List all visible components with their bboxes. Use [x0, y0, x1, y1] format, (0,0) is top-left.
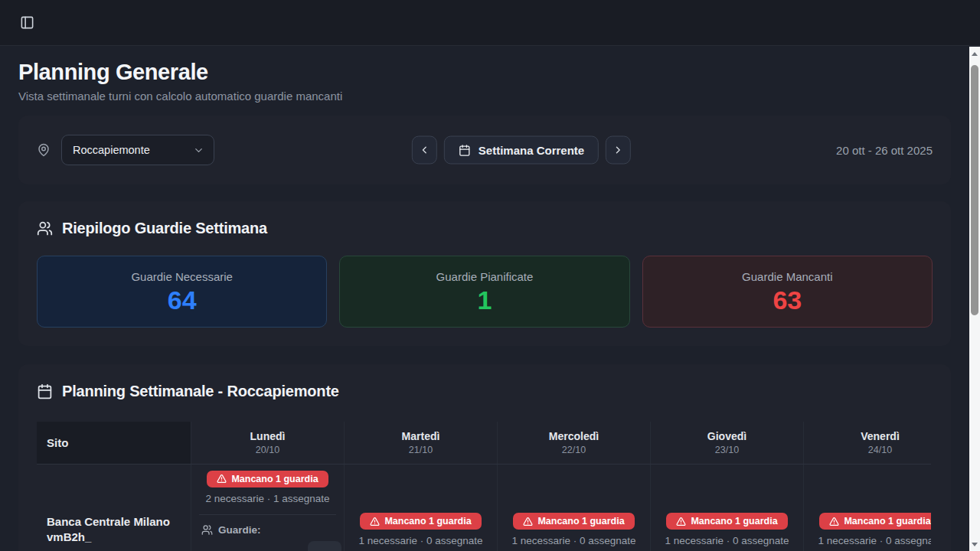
- vertical-scrollbar[interactable]: [969, 47, 980, 551]
- column-header-day: Venerdì 24/10: [803, 422, 931, 464]
- main-content: Planning Generale Vista settimanale turn…: [0, 46, 969, 551]
- sidebar-toggle-button[interactable]: [17, 13, 37, 33]
- day-date: 20/10: [256, 445, 279, 455]
- day-name: Mercoledì: [549, 430, 599, 442]
- chevron-right-icon: [612, 145, 624, 156]
- column-header-day: Lunedì 20/10: [191, 422, 344, 464]
- stats-row: Guardie Necessarie 64 Guardie Pianificat…: [37, 256, 933, 328]
- missing-guards-badge-label: Mancano 1 guardia: [844, 516, 930, 527]
- chevron-down-icon: [193, 145, 204, 156]
- stat-label: Guardie Necessarie: [45, 270, 318, 283]
- calendar-icon: [37, 383, 53, 399]
- cell-divider: [199, 514, 336, 515]
- guard-chip[interactable]: [308, 541, 341, 551]
- cell-detail: 2 necessarie · 1 assegnate: [205, 493, 329, 504]
- planning-table: Sito Lunedì 20/10 Martedì 21/10 Mercoled…: [37, 422, 931, 551]
- stat-value: 63: [651, 286, 924, 315]
- day-name: Martedì: [402, 430, 440, 442]
- triangle-alert-icon: [676, 517, 686, 527]
- column-header-day: Giovedì 23/10: [650, 422, 803, 464]
- day-date: 24/10: [868, 445, 892, 455]
- missing-guards-badge: Mancano 1 guardia: [360, 513, 481, 530]
- previous-week-button[interactable]: [412, 136, 437, 165]
- day-name: Giovedì: [707, 430, 746, 442]
- column-header-sito: Sito: [37, 422, 191, 464]
- location-select[interactable]: Roccapiemonte: [61, 135, 214, 165]
- day-date: 22/10: [562, 445, 586, 455]
- stat-value: 1: [348, 286, 621, 315]
- day-date: 23/10: [715, 445, 739, 455]
- week-navigation: Settimana Corrente: [412, 136, 631, 165]
- shift-cell-venerdi: Mancano 1 guardia 1 necessarie · 0 asseg…: [803, 465, 931, 551]
- location-select-value: Roccapiemonte: [73, 144, 150, 156]
- location-group: Roccapiemonte: [37, 135, 214, 165]
- scrollbar-thumb[interactable]: [971, 65, 978, 315]
- planning-title: Planning Settimanale - Roccapiemonte: [62, 383, 339, 400]
- map-pin-icon: [37, 143, 51, 157]
- summary-title: Riepilogo Guardie Settimana: [62, 220, 267, 237]
- page-title: Planning Generale: [18, 60, 951, 85]
- site-name: Banca Centrale Milano vmB2h_: [37, 465, 191, 551]
- triangle-alert-icon: [523, 517, 533, 527]
- cell-detail: 1 necessarie · 0 assegnate: [665, 535, 789, 546]
- day-name: Venerdì: [861, 430, 900, 442]
- triangle-alert-icon: [217, 474, 227, 484]
- guards-label: Guardie:: [218, 524, 261, 536]
- cell-detail: 1 necessarie · 0 assegnate: [358, 535, 482, 546]
- shift-cell-martedi: Mancano 1 guardia 1 necessarie · 0 asseg…: [344, 465, 497, 551]
- week-date-range: 20 ott - 26 ott 2025: [836, 144, 933, 157]
- shift-cell-lunedi: Mancano 1 guardia 2 necessarie · 1 asseg…: [191, 465, 344, 551]
- next-week-button[interactable]: [606, 136, 631, 165]
- scrollbar-down-arrow[interactable]: [969, 539, 980, 549]
- planning-card: Planning Settimanale - Roccapiemonte Sit…: [18, 364, 951, 551]
- day-date: 21/10: [409, 445, 433, 455]
- missing-guards-badge: Mancano 1 guardia: [819, 513, 931, 530]
- column-header-day: Mercoledì 22/10: [497, 422, 650, 464]
- missing-guards-badge-label: Mancano 1 guardia: [691, 516, 777, 527]
- scrollbar-up-arrow[interactable]: [969, 48, 980, 59]
- shift-cell-giovedi: Mancano 1 guardia 1 necessarie · 0 asseg…: [650, 465, 803, 551]
- summary-card: Riepilogo Guardie Settimana Guardie Nece…: [18, 201, 951, 346]
- stat-card-mancanti: Guardie Mancanti 63: [642, 256, 933, 328]
- missing-guards-badge-label: Mancano 1 guardia: [384, 516, 471, 527]
- table-header-row: Sito Lunedì 20/10 Martedì 21/10 Mercoled…: [37, 422, 931, 465]
- current-week-button-label: Settimana Corrente: [479, 144, 584, 157]
- table-row: Banca Centrale Milano vmB2h_ Mancano 1 g…: [37, 465, 931, 551]
- column-header-day: Martedì 21/10: [344, 422, 497, 464]
- day-name: Lunedì: [250, 430, 286, 442]
- shift-cell-mercoledi: Mancano 1 guardia 1 necessarie · 0 asseg…: [497, 465, 650, 551]
- chevron-left-icon: [419, 145, 430, 156]
- current-week-button[interactable]: Settimana Corrente: [444, 136, 599, 165]
- missing-guards-badge: Mancano 1 guardia: [513, 513, 634, 530]
- stat-label: Guardie Pianificate: [348, 270, 621, 283]
- triangle-alert-icon: [370, 517, 380, 527]
- calendar-icon: [459, 144, 471, 156]
- stat-card-pianificate: Guardie Pianificate 1: [339, 256, 629, 328]
- page-subtitle: Vista settimanale turni con calcolo auto…: [18, 90, 951, 103]
- triangle-alert-icon: [829, 517, 839, 527]
- missing-guards-badge-label: Mancano 1 guardia: [537, 516, 624, 527]
- missing-guards-badge: Mancano 1 guardia: [666, 513, 787, 530]
- panel-left-icon: [20, 15, 34, 30]
- stat-value: 64: [45, 286, 318, 315]
- week-toolbar: Roccapiemonte Settimana Corrente: [18, 116, 951, 184]
- users-icon: [37, 220, 53, 236]
- users-icon: [201, 524, 213, 536]
- stat-card-necessarie: Guardie Necessarie 64: [37, 256, 327, 328]
- cell-detail: 1 necessarie · 0 assegnate: [818, 535, 931, 546]
- cell-detail: 1 necessarie · 0 assegnate: [511, 535, 635, 546]
- missing-guards-badge-label: Mancano 1 guardia: [231, 474, 318, 484]
- missing-guards-badge: Mancano 1 guardia: [207, 471, 328, 487]
- top-bar: [0, 0, 980, 46]
- stat-label: Guardie Mancanti: [651, 270, 924, 283]
- guards-row: Guardie:: [201, 524, 261, 536]
